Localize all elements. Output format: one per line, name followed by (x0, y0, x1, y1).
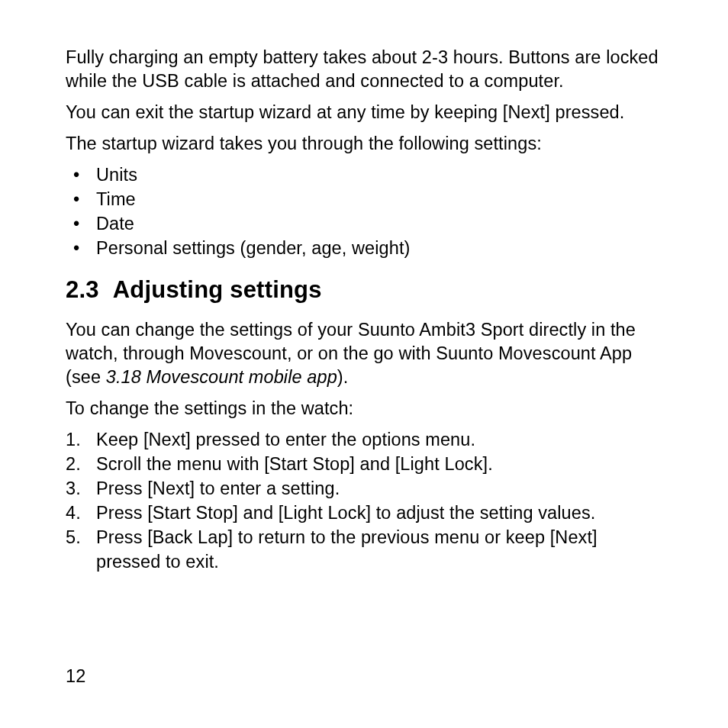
list-item: Time (66, 188, 662, 212)
section-number: 2.3 (66, 275, 99, 306)
paragraph-change-settings-intro: You can change the settings of your Suun… (66, 318, 662, 389)
manual-page: Fully charging an empty battery takes ab… (0, 0, 728, 728)
cross-reference: 3.18 Movescount mobile app (106, 367, 337, 387)
wizard-settings-list: Units Time Date Personal settings (gende… (66, 163, 662, 261)
list-item: Personal settings (gender, age, weight) (66, 237, 662, 261)
step-item: Press [Back Lap] to return to the previo… (66, 526, 662, 575)
step-item: Scroll the menu with [Start Stop] and [L… (66, 453, 662, 477)
paragraph-steps-lead: To change the settings in the watch: (66, 397, 662, 420)
step-item: Press [Next] to enter a setting. (66, 477, 662, 501)
step-item: Press [Start Stop] and [Light Lock] to a… (66, 501, 662, 526)
section-title: Adjusting settings (113, 276, 322, 303)
intro-text-post: ). (337, 367, 349, 387)
page-number: 12 (66, 665, 85, 688)
list-item: Date (66, 212, 662, 237)
step-item: Keep [Next] pressed to enter the options… (66, 428, 662, 453)
section-heading-adjusting-settings: 2.3Adjusting settings (66, 275, 662, 306)
paragraph-exit-wizard: You can exit the startup wizard at any t… (66, 101, 662, 124)
paragraph-charging: Fully charging an empty battery takes ab… (66, 46, 662, 93)
list-item: Units (66, 163, 662, 188)
steps-list: Keep [Next] pressed to enter the options… (66, 428, 662, 575)
paragraph-wizard-settings-intro: The startup wizard takes you through the… (66, 132, 662, 156)
